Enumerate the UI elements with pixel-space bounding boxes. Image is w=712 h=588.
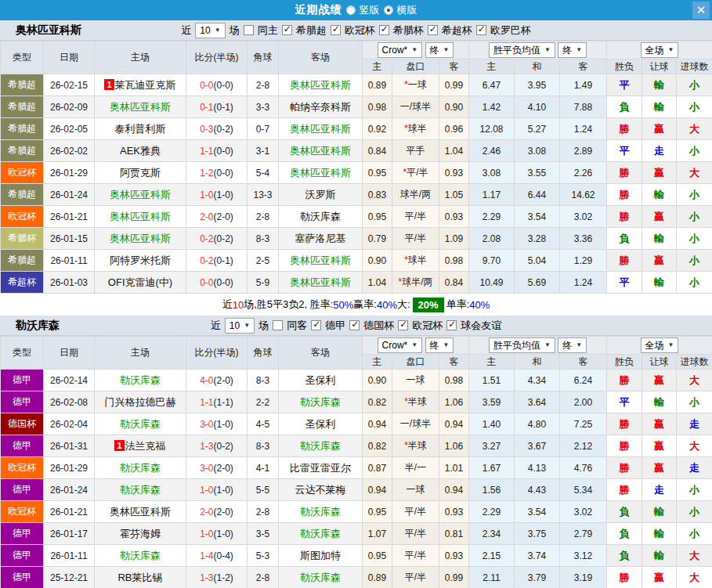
odds-source-select[interactable]: Crow*▼ [378,337,423,353]
league-checkbox-1[interactable] [331,25,341,35]
result-handicap: 贏 [642,435,677,457]
vertical-layout-radio[interactable] [346,5,356,15]
league-badge: 德甲 [1,479,44,501]
result-goals: 小 [677,479,712,501]
horizontal-layout-radio[interactable] [384,5,393,15]
avg-home-odds: 3.27 [469,435,515,457]
same-venue-checkbox[interactable] [244,25,254,35]
result-handicap: 贏 [642,118,677,140]
avg-home-odds: 1.17 [469,184,515,206]
league-checkbox-0[interactable] [311,320,321,330]
odds-source-select[interactable]: Crow*▼ [378,42,423,58]
crown-home-odds: 0.82 [363,391,392,413]
league-checkbox-1[interactable] [349,320,360,330]
corners-cell: 2-5 [248,250,279,272]
avg-type-select[interactable]: 胜平负均值▼ [489,42,555,58]
chevron-down-icon: ▼ [576,342,582,348]
match-date: 26-01-03 [44,272,95,294]
score-cell: 1-0(1-0) [186,184,248,206]
avg-time-select[interactable]: 终▼ [558,337,587,353]
corners-cell: 5-5 [248,479,279,501]
league-badge: 德国杯 [1,413,44,435]
league-checkbox-0[interactable] [282,25,292,35]
chevron-down-icon: ▼ [544,342,551,348]
result-goals: 走 [677,457,712,479]
col-home: 主场 [95,337,186,370]
result-handicap: 輸 [642,228,677,250]
league-checkbox-label[interactable]: 希超杯 [442,23,472,38]
league-checkbox-label[interactable]: 欧冠杯 [345,23,375,38]
result-goals: 小 [677,206,712,228]
league-checkbox-label[interactable]: 球会友谊 [461,319,501,333]
match-row: 德甲26-01-24勒沃库森1-0(1-0)5-5云达不莱梅0.94一球0.94… [1,479,712,501]
avg-draw-odds: 4.43 [515,479,560,501]
match-date: 26-01-15 [44,228,95,250]
summary-segment: 赢率: [353,298,377,312]
avg-type-select[interactable]: 胜平负均值▼ [489,337,555,353]
league-checkbox-label[interactable]: 希腊超 [296,23,327,38]
league-checkbox-4[interactable] [476,25,486,35]
away-team: 云达不莱梅 [279,479,363,501]
match-date: 26-01-17 [44,523,95,545]
result-handicap: 贏 [642,250,677,272]
horizontal-layout-label[interactable]: 横版 [397,3,417,17]
match-row: 欧冠杯26-01-21奥林匹亚科斯2-0(2-0)2-8勒沃库森0.95平/半0… [1,501,712,523]
league-badge: 希腊超 [1,74,44,96]
chevron-down-icon: ▼ [215,27,221,34]
league-checkbox-label[interactable]: 德甲 [325,319,345,333]
result-handicap: 贏 [642,413,677,435]
handicap-cell: 一/球半 [392,413,439,435]
corners-cell: 4-5 [248,413,279,435]
avg-home-odds: 2.15 [469,545,515,567]
league-badge: 欧冠杯 [1,501,44,523]
avg-time-select[interactable]: 终▼ [558,42,587,58]
match-date: 26-01-21 [44,501,95,523]
league-checkbox-2[interactable] [379,25,389,35]
avg-away-odds: 1.49 [560,74,607,96]
league-badge: 希超杯 [1,272,44,294]
avg-home-odds: 2.46 [469,140,515,162]
result-wdl: 負 [607,501,642,523]
odds-time-select[interactable]: 终▼ [425,42,454,58]
match-count-select[interactable]: 10▼ [195,23,225,38]
home-team: OFI克雷迪(中) [95,272,186,294]
league-checkbox-label[interactable]: 希腊杯 [393,23,424,38]
away-team: 奥林匹亚科斯 [279,74,363,96]
avg-away-odds: 5.34 [560,479,607,501]
avg-away-odds: 2.79 [560,523,607,545]
subcol-result: 胜负 [607,355,642,370]
vertical-layout-label[interactable]: 竖版 [360,3,380,17]
result-handicap: 贏 [642,162,677,184]
odds-time-select[interactable]: 终▼ [425,337,454,353]
crown-home-odds: 0.89 [363,567,392,588]
league-checkbox-label[interactable]: 德国杯 [363,319,394,333]
home-team: AEK雅典 [95,140,186,162]
avg-home-odds: 3.59 [469,391,515,413]
same-venue-label[interactable]: 同客 [287,319,307,333]
same-venue-label[interactable]: 同主 [258,23,278,38]
scope-select[interactable]: 全场▼ [641,42,679,58]
league-checkbox-2[interactable] [398,320,408,330]
away-team: 帕纳辛奈科斯 [279,96,363,118]
away-team: 沃罗斯 [279,184,363,206]
avg-draw-odds: 3.55 [515,162,560,184]
scope-select[interactable]: 全场▼ [641,337,679,353]
home-team: 奥林匹亚科斯 [95,206,186,228]
result-goals: 走 [677,413,712,435]
away-team: 勒沃库森 [279,523,363,545]
league-checkbox-label[interactable]: 欧罗巴杯 [490,23,531,38]
section-team-name: 勒沃库森 [16,316,60,336]
home-team: 奥林匹亚科斯 [95,184,186,206]
same-venue-checkbox[interactable] [273,320,283,330]
league-checkbox-label[interactable]: 欧冠杯 [412,319,443,333]
league-badge: 德甲 [1,545,44,567]
league-badge: 德甲 [1,567,44,588]
league-checkbox-3[interactable] [428,25,438,35]
match-count-select[interactable]: 10▼ [225,318,255,334]
corners-cell: 5-4 [248,162,279,184]
corners-cell: 2-8 [248,501,279,523]
away-team: 奥林匹亚科斯 [279,162,363,184]
close-icon[interactable]: ✕ [692,2,710,19]
handicap-cell: 平/半 [392,523,439,545]
league-checkbox-3[interactable] [446,320,457,330]
